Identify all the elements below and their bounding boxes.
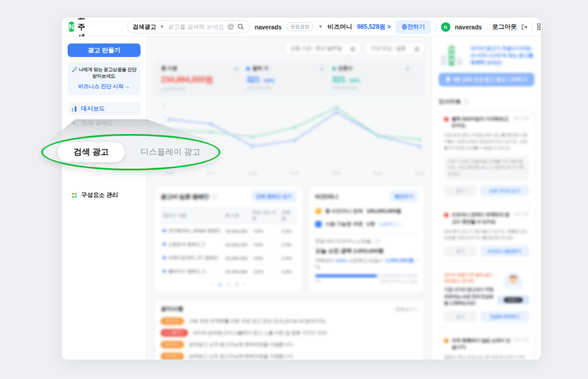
insight-panel: 네이버 광고가 처음이시라면, 내 비즈니스에 딱 맞는 광고를 등록해 보세요… <box>432 36 541 360</box>
table-row[interactable]: 플레이스 캠페인_310,000,000↑10%3.3% <box>161 265 296 279</box>
today-spend: 오늘 소진 금액 2,000,000원 <box>315 247 418 255</box>
coin-icon <box>315 208 322 214</box>
app-window: N 광고주센터 검색광고 ▼ 광고를 검색해 보세요 × naverads 운영… <box>62 18 541 360</box>
calendar-icon: ▦ <box>414 46 419 52</box>
notice-badge: 디스플레이 <box>161 329 188 337</box>
sidebar: 광고 만들기 🔎 나에게 맞는 광고상품을 진단받아보세요. 비즈니스 진단 시… <box>62 36 147 360</box>
page-next[interactable]: › <box>244 282 246 287</box>
table-row[interactable]: 브랜드검색#1_PC 캠페인10,000,000↑10%3.3% <box>161 251 296 265</box>
stat-clicks[interactable]: 클릭 수∨ 321 ↑10% 123,000,000 <box>246 65 332 92</box>
clear-icon[interactable]: × <box>228 24 234 30</box>
diagnosis-text: 🔎 나에게 맞는 광고상품을 진단받아보세요. <box>71 66 137 79</box>
divider <box>487 23 487 31</box>
search-scope-select[interactable]: 검색광고 <box>133 23 156 31</box>
divider <box>315 233 418 234</box>
zoom-callout: 검색 광고 디스플레이 광고 <box>41 134 220 170</box>
top-bar: N 광고주센터 검색광고 ▼ 광고를 검색해 보세요 × naverads 운영… <box>62 18 541 36</box>
sidebar-item-label: 전체 캠페인 <box>82 119 113 127</box>
list-item[interactable]: 검색광고자동 운영 최적화를 위한 무료 광고 진단 안내 (25.06.25 … <box>161 317 418 325</box>
profile-avatar[interactable]: n <box>441 22 450 32</box>
header-right: naverads 운영권한 ▼ 비즈머니 985,528원 > 충전하기 n n… <box>255 20 541 34</box>
stage: N 광고주센터 검색광고 ▼ 광고를 검색해 보세요 × naverads 운영… <box>0 0 588 379</box>
search-bar[interactable]: 검색광고 ▼ 광고를 검색해 보세요 × <box>127 20 250 33</box>
sidebar-item-campaigns[interactable]: 전체 캠페인 <box>68 116 141 129</box>
sidebar-item-label: 대시보드 <box>81 105 105 113</box>
alert-icon <box>444 338 449 343</box>
table-row[interactable]: 쇼핑검색 캠페인_210,000,000↑10%3.3% <box>161 238 296 251</box>
calendar-icon: ▦ <box>350 46 356 52</box>
consulting-card: 네이버 전문가와 함께 광고 진단받고 싶다면 지금 네이버 광고에서 무료 제… <box>439 267 534 327</box>
page-1[interactable]: 1 <box>219 282 221 287</box>
search-icon[interactable] <box>238 24 244 30</box>
view-all-campaigns-button[interactable]: 전체 캠페인 보기 <box>252 191 296 202</box>
close-button[interactable]: 닫기 <box>444 311 477 322</box>
close-button[interactable]: 닫기 <box>444 185 477 196</box>
alert-icon <box>444 213 449 217</box>
list-item[interactable]: 검색광고검색광고 신규 광고주님께 혜택쿠폰을 지원합니다. <box>161 353 418 360</box>
sidebar-item-components[interactable]: 구성요소 관리 <box>68 189 141 202</box>
guide-button[interactable]: 소재 가이드 보기 <box>480 185 529 196</box>
stat-conversions[interactable]: 전환수∨ 321 ↑10% 123,000,000 <box>332 65 417 92</box>
coupon-row: 사용 가능한 쿠폰 1개 사용하기 > <box>315 220 418 228</box>
start-diagnosis-button[interactable]: 3분 안에 진단 받고 광고 시작하기 <box>439 73 534 86</box>
consultant-tag: 컨설턴트 <box>497 296 529 304</box>
burn-progress-bar <box>315 274 418 277</box>
campaign-card: 광고비 집중 캠페인 ? 전체 캠페인 보기 캠페인 이름 총 비용 전일 대비… <box>154 185 303 293</box>
page-3[interactable]: 3 <box>236 282 238 287</box>
delta-amount: 1,000,000원 ↑ <box>385 257 418 264</box>
search-input[interactable]: 광고를 검색해 보세요 <box>168 23 224 31</box>
svg-text:6.22: 6.22 <box>416 171 424 175</box>
bizmoney-value[interactable]: 985,528원 > <box>357 23 391 31</box>
bizmoney-card: 비즈머니 충전하기 총 비즈머니 잔액 100,000,000원 사용 가능한 … <box>309 185 425 293</box>
logout-button[interactable]: 로그아웃 <box>492 23 517 31</box>
svg-text:5: 5 <box>163 103 166 107</box>
naver-logo-icon: N <box>69 22 74 32</box>
coupon-icon <box>315 221 322 227</box>
campaign-dot <box>163 229 166 232</box>
progress-fill <box>315 274 377 277</box>
main-content: 조회 기간 : 최근 일주일 ▦ 기간 비교 : 설정 ▦ 총 비용∨ 234,… <box>147 36 432 360</box>
components-icon <box>71 192 78 199</box>
callout-tab-search-ads[interactable]: 검색 광고 <box>58 142 125 162</box>
burn-rate-title: 전일 대비 비즈머니 소진율 ? <box>315 238 418 244</box>
info-icon: ? <box>463 99 469 105</box>
diagnosis-box: 🔎 나에게 맞는 광고상품을 진단받아보세요. 비즈니스 진단 시작 → <box>68 62 141 95</box>
apps-grid-icon[interactable] <box>537 24 541 30</box>
charge-bizmoney-button[interactable]: 비즈머니 충전하기 <box>480 246 529 257</box>
create-ad-button[interactable]: 광고 만들기 <box>68 43 141 57</box>
card-title: 비즈머니 <box>315 193 338 201</box>
sidebar-menu: 대시보드 전체 캠페인 <box>68 102 141 129</box>
compare-text: 어제보다 120% 소진하고 있습니다. <box>315 257 385 270</box>
date-range-filter[interactable]: 조회 기간 : 최근 일주일 ▦ <box>285 42 360 55</box>
use-coupon-link[interactable]: 사용하기 > <box>378 221 401 227</box>
insight-section-title: 인사이트? <box>439 98 534 106</box>
table-row[interactable]: 파워링크#1_Mobile 캠페인10,000,000↑10%3.3% <box>161 224 296 238</box>
close-button[interactable]: 닫기 <box>444 246 477 257</box>
info-icon: ? <box>212 194 218 200</box>
svg-text:6.20: 6.20 <box>332 171 340 175</box>
sidebar-item-dashboard[interactable]: 대시보드 <box>68 102 141 115</box>
callout-tab-display-ads[interactable]: 디스플레이 광고 <box>141 147 201 157</box>
charge-button[interactable]: 충전하기 <box>396 20 431 34</box>
campaign-dot <box>163 243 166 246</box>
bizmoney-label: 비즈머니 <box>328 23 352 31</box>
bizmoney-charge-button[interactable]: 충전하기 <box>390 191 418 202</box>
list-item[interactable]: 검색광고검색광고 신규 광고주님께 혜택쿠폰을 지원합니다. <box>161 341 418 348</box>
list-item[interactable]: 디스플레이네이버 검색광고/디스플레이 광고 노출 지면 및 집행 가이드 안내 <box>161 329 418 337</box>
stats-row: 총 비용∨ 234,884,000원 123,000,000 클릭 수∨ 321… <box>154 60 425 97</box>
compare-period-filter[interactable]: 기간 비교 : 설정 ▦ <box>365 42 425 55</box>
page-prev[interactable]: ‹ <box>211 282 213 287</box>
alert-icon <box>444 117 449 122</box>
svg-text:6.16: 6.16 <box>165 171 173 175</box>
campaign-dot <box>163 270 166 273</box>
logout-icon[interactable] <box>522 24 527 30</box>
series-dot <box>246 67 250 71</box>
bulb-icon <box>446 77 450 83</box>
stat-total-cost[interactable]: 총 비용∨ 234,884,000원 123,000,000 <box>161 65 246 92</box>
see-all-link[interactable]: 전체보기 > <box>395 306 418 313</box>
diagnosis-start-link[interactable]: 비즈니스 진단 시작 → <box>71 83 137 90</box>
chevron-down-icon: ▼ <box>160 24 165 29</box>
account-chevron-icon[interactable]: ▼ <box>318 24 323 29</box>
book-consulting-button[interactable]: 컨설팅 예약하기 <box>480 311 529 322</box>
page-2[interactable]: 2 <box>227 282 229 287</box>
